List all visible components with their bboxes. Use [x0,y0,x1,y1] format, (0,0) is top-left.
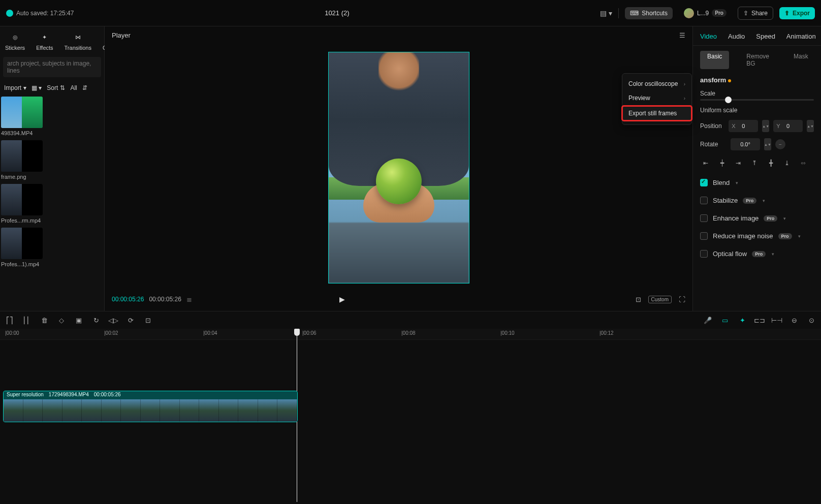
clip-duration: 00:00:05:26 [94,392,121,399]
link-icon[interactable]: ✦ [738,316,747,325]
tab-stickers-label: Stickers [5,45,25,51]
video-frame [328,52,469,284]
shortcuts-button[interactable]: ⌨ Shortcuts [625,7,673,19]
autosave-text: Auto saved: 17:25:47 [16,10,74,17]
split-tool-icon[interactable]: ⎢⎢ [22,316,31,325]
tab-effects[interactable]: ✦ Effects [36,32,53,51]
checkbox-icon[interactable] [700,179,708,186]
mic-icon[interactable]: 🎤 [703,316,712,325]
preview-mode[interactable]: Custom [648,296,672,303]
media-name: 498394.MP4 [1,130,103,136]
ctx-export-still-frames[interactable]: Export still frames [622,106,691,120]
checkbox-icon[interactable] [700,197,708,204]
scale-slider[interactable] [700,99,814,101]
blend-toggle[interactable]: Blend ▾ [700,179,814,186]
fullscreen-icon[interactable]: ⛶ [679,296,685,303]
grid-view-icon[interactable]: ▦ ▾ [31,84,42,91]
sort-button[interactable]: Sort ⇅ [47,84,65,91]
ctx-color-oscilloscope[interactable]: Color oscilloscope › [622,77,691,91]
zoom-out-icon[interactable]: ⊖ [790,316,799,325]
media-item[interactable]: frame.png [1,140,103,180]
transitions-icon: ⋈ [72,32,83,43]
align-top-icon[interactable]: ⤒ [749,158,760,169]
tab-speed[interactable]: Speed [756,33,775,40]
magnet-icon[interactable]: ▭ [720,316,730,325]
track-area[interactable]: Super resolution 1729498394.MP4 00:00:05… [0,340,821,492]
checkbox-icon[interactable] [700,214,708,222]
zoom-fit-icon[interactable]: ⊙ [807,316,816,325]
media-item[interactable]: 00:18 498394.MP4 [1,97,103,136]
share-button[interactable]: ⇪ Share [738,7,773,20]
tab-video[interactable]: Video [700,33,717,40]
pos-y-stepper[interactable]: ▲▼ [807,120,814,132]
align-vcenter-icon[interactable]: ╋ [765,158,776,169]
ruler-tick: |00:06 [302,330,317,336]
ctx-label: Export still frames [628,110,677,117]
marker-tool-icon[interactable]: ◇ [57,316,66,325]
align-left-icon[interactable]: ⇤ [700,158,711,169]
subtab-removebg[interactable]: Remove BG [739,51,776,69]
keyboard-icon: ⌨ [630,10,639,17]
optical-toggle[interactable]: Optical flow Pro ▾ [700,250,814,258]
timeline-ruler[interactable]: |00:00 |00:02 |00:04 |00:06 |00:08 |00:1… [0,329,821,340]
filter-icon[interactable]: ⇵ [82,84,87,91]
chevron-right-icon: › [684,81,685,87]
checkbox-icon[interactable] [700,250,708,258]
tab-stickers[interactable]: ◎ Stickers [5,32,25,51]
ratio-tool-icon[interactable]: ⊡ [143,316,152,325]
delete-tool-icon[interactable]: 🗑 [40,316,49,325]
video-clip[interactable]: Super resolution 1729498394.MP4 00:00:05… [3,391,298,422]
tab-audio[interactable]: Audio [728,33,745,40]
align-hcenter-icon[interactable]: ┿ [716,158,728,169]
media-panel: ◎ Stickers ✦ Effects ⋈ Transitions C » a… [0,26,105,311]
snap-icon[interactable]: ⊏⊐ [755,316,764,325]
media-item[interactable]: 00:11 Profes...rm.mp4 [1,184,103,224]
enhance-toggle[interactable]: Enhance image Pro ▾ [700,214,814,222]
checkbox-icon[interactable] [700,232,708,240]
inspector-panel: Video Audio Speed Animation A Basic Remo… [693,26,821,311]
uniform-scale-label: Uniform scale [700,107,737,114]
scan-icon[interactable]: ⊡ [636,296,641,303]
pos-x-stepper[interactable]: ▲▼ [762,120,769,132]
user-label: L...9 [697,10,709,17]
user-chip[interactable]: L...9 Pro [679,6,732,21]
stabilize-label: Stabilize [713,197,738,204]
cut-mode-icon[interactable]: ⊢⊣ [772,316,781,325]
subtab-basic[interactable]: Basic [700,51,729,69]
search-input[interactable]: arch project, subjects in image, lines [3,57,101,77]
rotate-reset-icon[interactable]: − [775,139,785,149]
player-header: Player ☰ [105,26,692,44]
rotate-tool-icon[interactable]: ⟳ [126,316,135,325]
subtab-mask[interactable]: Mask [786,51,815,69]
noise-toggle[interactable]: Reduce image noise Pro ▾ [700,232,814,240]
noise-label: Reduce image noise [713,232,773,240]
tab-transitions[interactable]: ⋈ Transitions [65,32,91,51]
filter-all[interactable]: All [70,84,77,91]
import-button[interactable]: Import ▾ [4,84,26,91]
tab-animation[interactable]: Animation [786,33,816,40]
align-right-icon[interactable]: ⇥ [733,158,744,169]
player-menu-icon[interactable]: ☰ [679,32,685,39]
crop-tool-icon[interactable]: ▣ [74,316,83,325]
inspector-subtabs: Basic Remove BG Mask [693,46,821,69]
align-stretch-icon[interactable]: ⇔ [798,158,809,169]
ctx-preview[interactable]: Preview › [622,91,691,105]
stabilize-toggle[interactable]: Stabilize Pro ▾ [700,197,814,204]
export-button[interactable]: ⬆ Expor [779,7,815,19]
align-bottom-icon[interactable]: ⤓ [781,158,793,169]
mirror-tool-icon[interactable]: ◁▷ [109,316,118,325]
rotate-input[interactable]: 0.0° [731,138,760,150]
select-tool-icon[interactable]: ⎡⎤ [5,316,14,325]
ruler-tick: |00:12 [599,330,614,336]
reverse-tool-icon[interactable]: ↻ [91,316,101,325]
scale-row: Scale [700,90,814,97]
media-item[interactable]: 00:11 Profes...1).mp4 [1,228,103,267]
compare-icon[interactable]: ≣ [186,296,192,303]
play-button[interactable]: ▶ [339,295,345,303]
preview-canvas[interactable] [105,44,692,288]
chevron-down-icon: ▾ [763,198,765,203]
layout-icon[interactable]: ▤ ▾ [600,9,612,17]
pro-badge: Pro [752,251,766,257]
blend-label: Blend [713,179,730,186]
rotate-stepper[interactable]: ▲▼ [764,138,771,150]
